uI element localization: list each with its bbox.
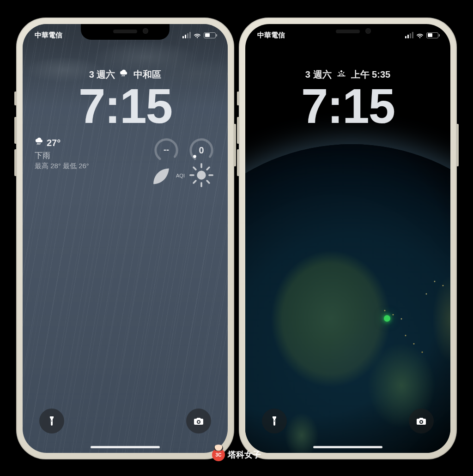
rain-cloud-icon — [35, 137, 45, 149]
hilow-label: 最高 28° 最低 26° — [35, 162, 89, 171]
aqi-value: -- — [152, 145, 181, 155]
aqi-gauge-widget[interactable]: -- AQI — [152, 137, 181, 189]
watermark: 3C 塔科女子 — [212, 448, 261, 461]
notch — [81, 24, 170, 40]
camera-button[interactable] — [409, 409, 434, 433]
carrier-label: 中華電信 — [257, 31, 285, 40]
weather-widget[interactable]: 27° 下雨 最高 28° 最低 26° — [35, 137, 89, 171]
home-indicator[interactable] — [91, 446, 160, 448]
svg-line-10 — [207, 167, 209, 170]
camera-button[interactable] — [186, 409, 211, 433]
wifi-icon — [194, 32, 201, 38]
temperature-label: 27° — [47, 138, 61, 148]
watermark-badge-icon: 3C — [212, 448, 225, 461]
cellular-signal-icon — [182, 32, 191, 38]
battery-icon — [204, 32, 216, 38]
sunrise-icon — [336, 69, 346, 80]
uv-gauge-widget[interactable]: 0 — [187, 137, 216, 189]
clock-time: 7:15 — [245, 82, 450, 130]
wallpaper-earth-globe — [245, 144, 450, 453]
clock-time: 7:15 — [23, 82, 228, 130]
carrier-label: 中華電信 — [35, 31, 62, 40]
wifi-icon — [416, 32, 424, 38]
svg-point-3 — [197, 171, 206, 179]
leaf-icon — [148, 162, 175, 189]
lock-screen-earth[interactable]: 中華電信 3 週六 上午 5:35 — [245, 24, 450, 453]
location-dot-icon — [384, 315, 390, 322]
uv-value: 0 — [187, 145, 216, 156]
phone-frame-left: 中華電信 3 週六 中和區 — [16, 18, 234, 459]
notch — [303, 24, 392, 40]
svg-line-8 — [194, 167, 196, 170]
sun-icon — [188, 162, 215, 189]
condition-label: 下雨 — [35, 150, 89, 161]
flashlight-button[interactable] — [262, 409, 287, 433]
flashlight-button[interactable] — [39, 409, 64, 433]
lock-screen-rainy[interactable]: 中華電信 3 週六 中和區 — [23, 24, 228, 453]
aqi-label: AQI — [176, 173, 185, 178]
watermark-text: 塔科女子 — [228, 449, 261, 460]
svg-line-9 — [207, 181, 209, 183]
cellular-signal-icon — [405, 32, 413, 38]
home-indicator[interactable] — [313, 446, 382, 448]
phone-frame-right: 中華電信 3 週六 上午 5:35 — [239, 18, 457, 459]
widgets-row[interactable]: 27° 下雨 最高 28° 最低 26° -- — [35, 137, 216, 189]
battery-icon — [426, 32, 438, 38]
svg-line-11 — [194, 181, 196, 183]
